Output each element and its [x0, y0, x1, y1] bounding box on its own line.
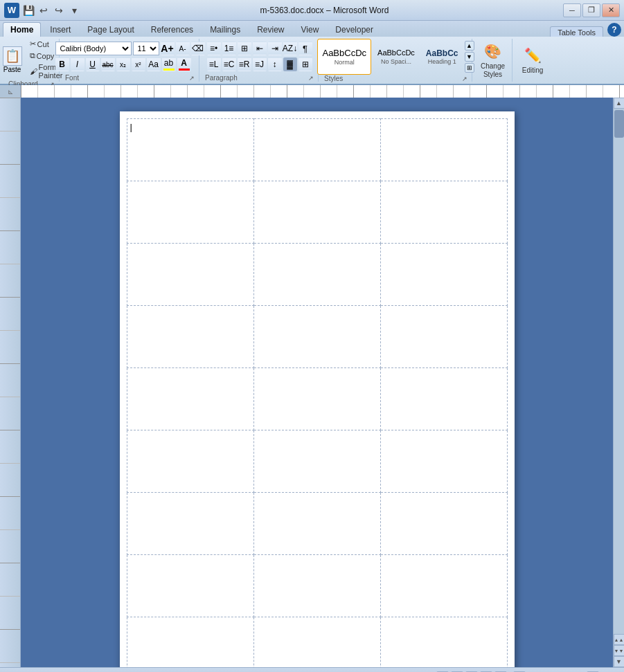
table-cell[interactable] — [127, 555, 253, 617]
tab-mailings[interactable]: Mailings — [202, 22, 248, 37]
tab-review[interactable]: Review — [249, 22, 292, 37]
font-size-select[interactable]: 11 — [133, 42, 159, 55]
save-quick-btn[interactable]: 💾 — [22, 4, 35, 17]
show-hide-btn[interactable]: ¶ — [298, 42, 312, 55]
styles-scroll-up[interactable]: ▲ — [465, 41, 474, 51]
style-h1-preview: AaBbCc — [426, 48, 458, 58]
table-row — [127, 617, 507, 668]
table-cell[interactable] — [380, 244, 507, 306]
table-cell[interactable] — [380, 617, 507, 668]
table-cell[interactable] — [127, 244, 253, 306]
editing-content: ✏️ Editing — [517, 39, 549, 82]
align-center-btn[interactable]: ≡C — [222, 57, 236, 71]
font-expand[interactable]: ↗ — [189, 75, 195, 82]
table-cell[interactable] — [253, 430, 380, 493]
table-cell[interactable] — [127, 493, 253, 555]
scroll-to-top-btn[interactable]: ▲▲ — [614, 634, 625, 645]
sort-btn[interactable]: AZ↓ — [283, 42, 297, 55]
table-cell[interactable] — [253, 119, 380, 181]
scroll-thumb[interactable] — [614, 110, 624, 138]
underline-btn[interactable]: U — [86, 57, 100, 71]
editing-button[interactable]: ✏️ Editing — [517, 43, 549, 78]
restore-btn[interactable]: ❐ — [582, 3, 600, 17]
paragraph-expand[interactable]: ↗ — [308, 75, 314, 82]
tab-home[interactable]: Home — [3, 22, 41, 37]
document-area[interactable] — [21, 98, 613, 667]
undo-quick-btn[interactable]: ↩ — [37, 4, 50, 17]
vertical-scrollbar[interactable]: ▲ ▲▲ ▼▼ ▼ — [613, 98, 624, 667]
tab-view[interactable]: View — [294, 22, 327, 37]
scroll-track[interactable] — [614, 109, 625, 634]
table-cell[interactable] — [253, 555, 380, 617]
bold-btn[interactable]: B — [55, 57, 69, 71]
table-cell[interactable] — [127, 430, 253, 493]
vertical-ruler — [0, 98, 21, 667]
styles-scroll-down[interactable]: ▼ — [465, 52, 474, 62]
table-cell[interactable] — [380, 181, 507, 244]
table-cell[interactable] — [380, 430, 507, 493]
font-color-btn[interactable]: A — [177, 57, 191, 71]
word-table[interactable] — [127, 118, 508, 667]
scroll-to-bottom-btn[interactable]: ▼▼ — [614, 645, 625, 656]
style-no-spacing[interactable]: AaBbCcDc No Spaci... — [373, 39, 420, 75]
page[interactable] — [120, 111, 515, 667]
table-cell[interactable] — [127, 119, 253, 181]
tab-page-layout[interactable]: Page Layout — [80, 22, 141, 37]
table-cell[interactable] — [380, 493, 507, 555]
close-btn[interactable]: ✕ — [602, 3, 620, 17]
grow-font-btn[interactable]: A+ — [161, 42, 175, 55]
borders-btn[interactable]: ⊞ — [298, 57, 312, 71]
style-normal[interactable]: AaBbCcDc Normal — [317, 39, 371, 75]
table-cell[interactable] — [127, 617, 253, 668]
justify-btn[interactable]: ≡J — [253, 57, 267, 71]
table-cell[interactable] — [380, 555, 507, 617]
table-cell[interactable] — [127, 306, 253, 368]
change-styles-button[interactable]: 🎨 ChangeStyles — [476, 39, 509, 82]
strikethrough-btn[interactable]: abc — [101, 57, 115, 71]
tab-developer[interactable]: Developer — [328, 22, 381, 37]
table-cell[interactable] — [127, 368, 253, 430]
decrease-indent-btn[interactable]: ⇤ — [253, 42, 267, 55]
shading-btn[interactable]: ▓ — [283, 57, 297, 71]
font-name-select[interactable]: Calibri (Body) — [55, 42, 132, 55]
styles-expand[interactable]: ⊞ — [465, 63, 474, 73]
table-cell[interactable] — [253, 617, 380, 668]
superscript-btn[interactable]: x² — [132, 57, 145, 71]
subscript-btn[interactable]: x₂ — [116, 57, 130, 71]
table-cell[interactable] — [253, 244, 380, 306]
table-cell[interactable] — [380, 119, 507, 181]
italic-btn[interactable]: I — [71, 57, 84, 71]
scroll-down-btn[interactable]: ▼ — [614, 656, 625, 667]
highlight-btn[interactable]: ab — [162, 57, 176, 71]
paste-button[interactable]: 📋 Paste — [0, 44, 26, 76]
tab-references[interactable]: References — [143, 22, 201, 37]
styles-expand-arrow[interactable]: ↗ — [462, 75, 467, 82]
table-cell[interactable] — [253, 493, 380, 555]
table-cell[interactable] — [253, 306, 380, 368]
increase-indent-btn[interactable]: ⇥ — [268, 42, 282, 55]
numbering-btn[interactable]: 1≡ — [222, 42, 236, 55]
table-cell[interactable] — [253, 181, 380, 244]
bullets-btn[interactable]: ≡• — [207, 42, 221, 55]
shrink-font-btn[interactable]: A- — [176, 42, 190, 55]
multilevel-btn[interactable]: ⊞ — [238, 42, 251, 55]
table-row — [127, 555, 507, 617]
help-circle[interactable]: ? — [607, 23, 621, 37]
align-right-btn[interactable]: ≡R — [238, 57, 251, 71]
help-icon[interactable]: ? — [607, 23, 621, 37]
table-cell[interactable] — [127, 181, 253, 244]
style-heading1[interactable]: AaBbCc Heading 1 — [421, 39, 463, 75]
tab-insert[interactable]: Insert — [42, 22, 78, 37]
minimize-btn[interactable]: ─ — [563, 3, 581, 17]
scroll-up-btn[interactable]: ▲ — [614, 98, 625, 109]
change-case-btn[interactable]: Aa — [147, 57, 161, 71]
table-cell[interactable] — [380, 306, 507, 368]
align-left-btn[interactable]: ≡L — [207, 57, 221, 71]
qa-dropdown-btn[interactable]: ▾ — [68, 4, 80, 17]
line-spacing-btn[interactable]: ↕ — [268, 57, 282, 71]
title-bar: W 💾 ↩ ↪ ▾ m-5363.doc.docx – Microsoft Wo… — [0, 0, 624, 21]
table-cell[interactable] — [253, 368, 380, 430]
change-styles-icon: 🎨 — [483, 42, 503, 61]
redo-quick-btn[interactable]: ↪ — [53, 4, 65, 17]
table-cell[interactable] — [380, 368, 507, 430]
